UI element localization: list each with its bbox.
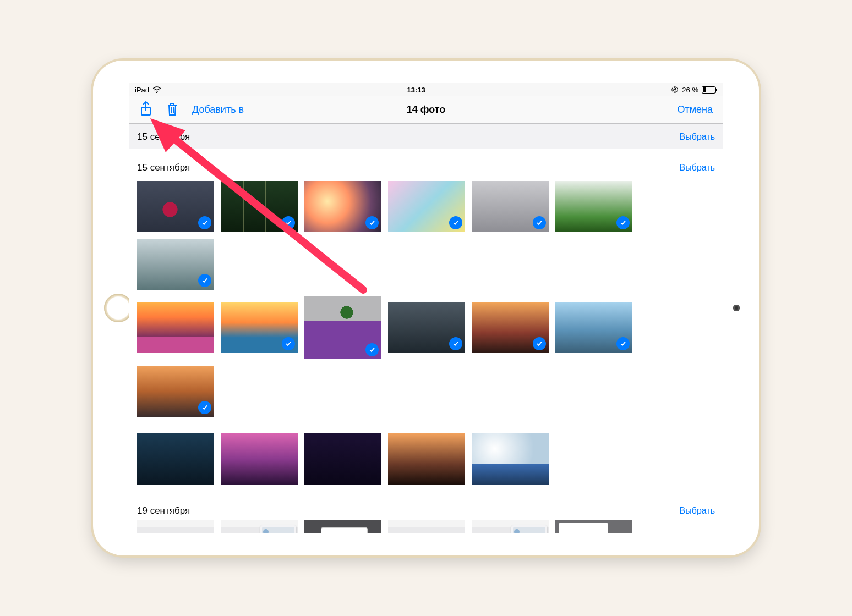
check-icon bbox=[449, 216, 462, 229]
photo-thumb[interactable] bbox=[388, 433, 465, 485]
photo-thumb[interactable] bbox=[388, 302, 465, 353]
photo-thumb[interactable]: ··· bbox=[304, 520, 381, 533]
share-popover-preview bbox=[260, 525, 296, 533]
add-to-button[interactable]: Добавить в bbox=[192, 104, 244, 116]
svg-rect-5 bbox=[703, 87, 706, 92]
photo-grid bbox=[129, 181, 723, 317]
check-icon bbox=[449, 337, 462, 350]
photo-thumb[interactable] bbox=[304, 296, 381, 359]
svg-rect-2 bbox=[674, 89, 676, 91]
photo-thumb[interactable]: iPhone 7iPhone 7 Plus bbox=[137, 520, 214, 533]
photo-thumb[interactable]: iPhone 7iPhone 7 Plus bbox=[388, 520, 465, 533]
svg-rect-4 bbox=[716, 89, 717, 91]
battery-icon bbox=[702, 86, 717, 94]
select-link[interactable]: Выбрать bbox=[680, 132, 715, 142]
check-icon bbox=[533, 216, 546, 229]
photo-thumb[interactable] bbox=[221, 302, 298, 353]
section-header: 15 сентября Выбрать bbox=[129, 149, 723, 181]
wifi-icon bbox=[152, 86, 161, 93]
clock: 13:13 bbox=[407, 86, 425, 94]
check-icon bbox=[616, 216, 630, 229]
select-link[interactable]: Выбрать bbox=[680, 506, 715, 516]
screen: iPad 13:13 26 % bbox=[129, 82, 723, 534]
settings-panel-preview: ··· bbox=[321, 527, 368, 533]
share-popover-preview bbox=[511, 525, 547, 533]
section-header: 15 сентября Выбрать bbox=[129, 124, 723, 149]
photo-thumb[interactable] bbox=[555, 520, 632, 533]
photo-thumb[interactable] bbox=[221, 433, 298, 485]
svg-point-0 bbox=[156, 92, 157, 93]
photo-grid bbox=[129, 302, 723, 444]
status-bar: iPad 13:13 26 % bbox=[129, 83, 723, 96]
section-header: 19 сентября Выбрать bbox=[129, 501, 723, 520]
section-date: 15 сентября bbox=[137, 131, 190, 142]
orientation-lock-icon bbox=[671, 86, 679, 94]
photo-thumb[interactable] bbox=[388, 181, 465, 232]
select-link[interactable]: Выбрать bbox=[680, 163, 715, 173]
section-date: 19 сентября bbox=[137, 505, 190, 516]
ipad-device: iPad 13:13 26 % bbox=[93, 61, 759, 556]
photo-grid bbox=[129, 433, 723, 501]
photo-thumb[interactable] bbox=[137, 302, 214, 353]
check-icon bbox=[282, 337, 295, 350]
photo-thumb[interactable] bbox=[137, 366, 214, 417]
check-icon bbox=[198, 216, 211, 229]
check-icon bbox=[616, 337, 630, 350]
photo-thumb[interactable] bbox=[472, 302, 549, 353]
photo-thumb[interactable] bbox=[555, 181, 632, 232]
photo-thumb[interactable] bbox=[137, 239, 214, 290]
photo-thumb[interactable] bbox=[137, 433, 214, 485]
check-icon bbox=[198, 337, 211, 350]
photo-thumb[interactable] bbox=[304, 181, 381, 232]
photo-thumb[interactable] bbox=[304, 433, 381, 485]
check-icon bbox=[198, 401, 211, 414]
photo-content: 15 сентября Выбрать 15 сентября Выбрать bbox=[129, 124, 723, 533]
battery-pct: 26 % bbox=[682, 86, 698, 94]
photo-thumb[interactable] bbox=[221, 181, 298, 232]
check-icon bbox=[365, 216, 379, 229]
device-label: iPad bbox=[135, 86, 149, 94]
photo-thumb[interactable] bbox=[472, 433, 549, 485]
photo-thumb[interactable] bbox=[555, 302, 632, 353]
check-icon bbox=[365, 343, 379, 356]
photo-thumb[interactable] bbox=[472, 520, 549, 533]
share-button[interactable] bbox=[139, 101, 152, 119]
front-camera bbox=[733, 305, 740, 311]
section-date: 15 сентября bbox=[137, 162, 190, 173]
photo-grid: iPhone 7iPhone 7 Plus bbox=[129, 520, 723, 533]
photo-thumb[interactable] bbox=[137, 181, 214, 232]
photo-thumb[interactable] bbox=[221, 520, 298, 533]
check-icon bbox=[282, 216, 295, 229]
trash-button[interactable] bbox=[166, 101, 179, 119]
check-icon bbox=[198, 274, 211, 287]
photo-thumb[interactable] bbox=[472, 181, 549, 232]
check-icon bbox=[533, 337, 546, 350]
toolbar: Добавить в 14 фото Отмена bbox=[129, 96, 723, 124]
cancel-button[interactable]: Отмена bbox=[677, 104, 713, 116]
